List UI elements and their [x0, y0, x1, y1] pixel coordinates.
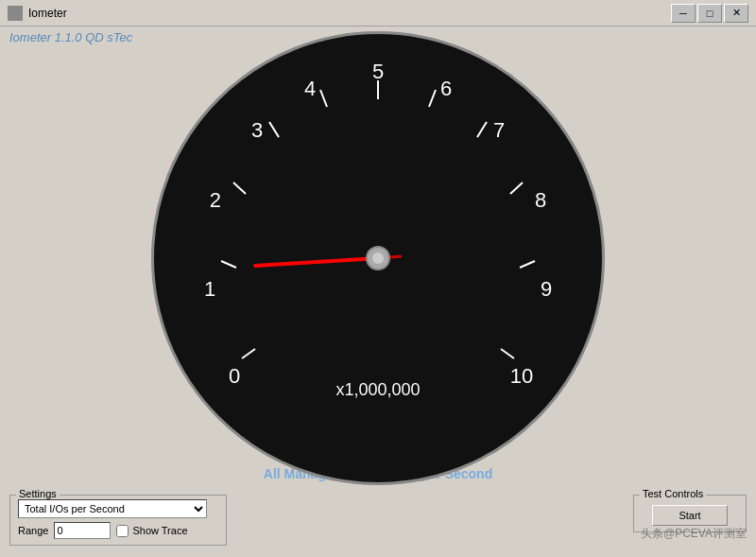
- svg-text:1: 1: [204, 277, 215, 301]
- svg-text:6: 6: [440, 77, 452, 100]
- svg-text:7: 7: [493, 118, 505, 142]
- minimize-button[interactable]: ─: [671, 4, 696, 23]
- show-trace-checkbox[interactable]: [116, 525, 129, 537]
- svg-line-1: [320, 90, 327, 107]
- title-bar: Iometer ─ □ ✕: [0, 0, 756, 26]
- title-bar-left: Iometer: [8, 6, 67, 21]
- svg-line-9: [242, 349, 255, 358]
- svg-text:0: 0: [229, 364, 240, 388]
- app-icon: [8, 6, 23, 21]
- svg-text:x1,000,000: x1,000,000: [335, 380, 420, 399]
- metric-dropdown[interactable]: Total I/Os per Second: [18, 499, 207, 518]
- main-content: 5 4 6 3 7 2 8 1 9 0 10 x1,000,000: [0, 48, 756, 551]
- svg-text:3: 3: [251, 118, 263, 142]
- svg-text:10: 10: [510, 364, 533, 388]
- window-controls: ─ □ ✕: [671, 4, 748, 23]
- test-controls-legend: Test Controls: [640, 488, 706, 499]
- svg-line-4: [477, 122, 487, 137]
- svg-text:5: 5: [372, 60, 384, 83]
- svg-point-26: [372, 252, 384, 264]
- svg-line-7: [221, 261, 236, 268]
- svg-line-3: [269, 122, 279, 137]
- show-trace-label[interactable]: Show Trace: [116, 525, 187, 537]
- gauge-svg: 5 4 6 3 7 2 8 1 9 0 10 x1,000,000: [151, 31, 605, 485]
- gauge-container: 5 4 6 3 7 2 8 1 9 0 10 x1,000,000: [123, 50, 633, 409]
- range-input[interactable]: [54, 522, 111, 539]
- settings-row: Range Show Trace: [18, 522, 218, 539]
- svg-text:9: 9: [541, 277, 552, 301]
- svg-line-23: [255, 258, 378, 266]
- settings-group: Settings Total I/Os per Second Range Sho…: [9, 495, 227, 546]
- svg-line-8: [520, 261, 535, 268]
- settings-legend: Settings: [16, 488, 60, 499]
- start-button[interactable]: Start: [652, 505, 728, 526]
- bottom-controls: Settings Total I/Os per Second Range Sho…: [0, 489, 756, 551]
- window-title: Iometer: [28, 7, 67, 20]
- svg-line-6: [510, 183, 523, 194]
- range-label: Range: [18, 525, 48, 536]
- svg-line-5: [233, 183, 246, 194]
- watermark: 头条@PCEVA评测室: [641, 526, 747, 542]
- svg-text:4: 4: [304, 77, 316, 100]
- svg-line-2: [429, 90, 436, 107]
- close-button[interactable]: ✕: [724, 4, 748, 23]
- svg-line-10: [501, 349, 514, 358]
- svg-text:2: 2: [210, 188, 221, 212]
- maximize-button[interactable]: □: [697, 4, 722, 23]
- svg-text:8: 8: [535, 188, 546, 212]
